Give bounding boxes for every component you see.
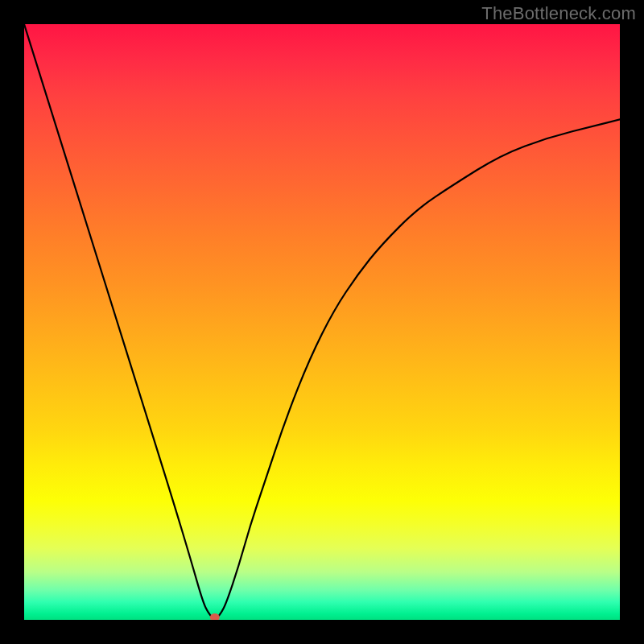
attribution-text: TheBottleneck.com	[481, 3, 636, 24]
optimal-point-marker	[210, 613, 220, 620]
plot-area	[24, 24, 620, 620]
curve-svg	[24, 24, 620, 620]
bottleneck-curve	[24, 24, 620, 618]
chart-frame: TheBottleneck.com	[0, 0, 644, 644]
